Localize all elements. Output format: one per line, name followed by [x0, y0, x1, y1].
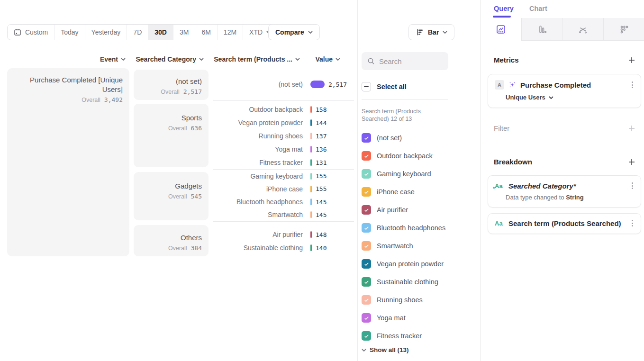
check-icon	[363, 262, 370, 267]
legend-checkbox[interactable]	[362, 259, 371, 269]
metric-menu-button[interactable]	[631, 81, 634, 89]
term-row[interactable]: Sustainable clothing 140	[213, 241, 354, 254]
range-today[interactable]: Today	[54, 25, 84, 40]
metrics-title: Metrics	[494, 56, 519, 64]
legend-checkbox[interactable]	[362, 223, 371, 233]
check-icon	[363, 244, 370, 249]
chevron-down-icon	[362, 349, 366, 352]
range-custom[interactable]: Custom	[8, 25, 54, 40]
legend-item[interactable]: iPhone case	[362, 183, 471, 201]
compare-button[interactable]: Compare	[268, 24, 320, 40]
range-12m[interactable]: 12M	[217, 25, 243, 40]
legend-checkbox[interactable]	[362, 313, 371, 323]
category-cell-others[interactable]: Others Overall384	[134, 225, 209, 256]
add-breakdown-button[interactable]	[628, 158, 635, 166]
term-row[interactable]: Bluetooth headphones 145	[213, 196, 354, 208]
report-type-tabs	[481, 18, 644, 41]
value-bar	[310, 186, 312, 192]
legend-item[interactable]: Yoga mat	[362, 309, 471, 327]
date-range-picker: Custom Today Yesterday 7D 30D 3M 6M 12M …	[7, 24, 278, 40]
range-30d-active[interactable]: 30D	[148, 25, 173, 40]
legend-item[interactable]: Air purifier	[362, 201, 471, 219]
select-all-row[interactable]: Select all	[362, 82, 407, 91]
legend-checkbox[interactable]	[362, 169, 371, 179]
select-all-checkbox[interactable]	[362, 82, 371, 91]
term-row[interactable]: Gaming keyboard 155	[213, 170, 354, 182]
calendar-icon	[14, 28, 21, 36]
check-icon	[363, 153, 370, 159]
tab-flows[interactable]	[562, 18, 604, 41]
legend-checkbox[interactable]	[362, 295, 371, 305]
check-icon	[363, 226, 370, 231]
term-row[interactable]: Vegan protein powder 144	[213, 116, 354, 129]
term-row[interactable]: Air purifier 148	[213, 228, 354, 241]
legend-item[interactable]: Bluetooth headphones	[362, 219, 471, 237]
legend-item[interactable]: Sustainable clothing	[362, 273, 471, 291]
term-group-others: Air purifier 148 Sustainable clothing 14…	[213, 221, 354, 262]
category-cell-not-set[interactable]: (not set) Overall2,517	[134, 70, 209, 100]
term-row[interactable]: Yoga mat 136	[213, 143, 354, 156]
range-3m[interactable]: 3M	[173, 25, 195, 40]
breakdown-card-search-term[interactable]: Aa Search term (Products Searched)	[488, 213, 641, 234]
term-row[interactable]: Smartwatch 145	[213, 208, 354, 221]
term-row[interactable]: Running shoes 137	[213, 129, 354, 143]
add-filter-button[interactable]	[628, 125, 635, 132]
tab-retention[interactable]	[603, 18, 644, 41]
chart-type-select[interactable]: Bar	[408, 24, 454, 40]
legend-item[interactable]: Smartwatch	[362, 237, 471, 255]
column-header-event[interactable]: Event	[7, 53, 126, 65]
breakdown-property-name: Search term (Products Searched)	[508, 219, 626, 227]
add-metric-button[interactable]	[628, 56, 635, 64]
legend-checkbox[interactable]	[362, 133, 371, 143]
term-row[interactable]: Outdoor backpack 158	[213, 103, 354, 116]
legend-item[interactable]: (not set)	[362, 129, 471, 147]
retention-dots-icon	[619, 24, 629, 35]
legend-divider	[362, 99, 448, 100]
legend-list: (not set) Outdoor backpack Gaming keyboa…	[362, 129, 471, 345]
category-cell-sports[interactable]: Sports Overall636	[134, 104, 209, 167]
term-row[interactable]: iPhone case 155	[213, 182, 354, 195]
tab-query[interactable]: Query	[494, 5, 514, 12]
term-row[interactable]: (not set) 2,517	[213, 78, 354, 91]
tab-insights[interactable]	[481, 18, 521, 41]
metric-event-name: Purchase Completed	[520, 81, 626, 89]
range-yesterday[interactable]: Yesterday	[85, 25, 127, 40]
legend-item[interactable]: Fitness tracker	[362, 327, 471, 345]
value-bar	[310, 211, 312, 218]
legend-item[interactable]: Vegan protein powder	[362, 255, 471, 273]
breakdown-menu-button[interactable]	[631, 181, 634, 190]
legend-checkbox[interactable]	[362, 151, 371, 161]
tab-funnels[interactable]	[521, 18, 562, 41]
legend-checkbox[interactable]	[362, 277, 371, 287]
chevron-down-icon	[295, 58, 300, 61]
breakdown-menu-button[interactable]	[631, 219, 634, 227]
legend-checkbox[interactable]	[362, 241, 371, 251]
legend-item[interactable]: Gaming keyboard	[362, 165, 471, 183]
legend-checkbox[interactable]	[362, 331, 371, 341]
event-cell[interactable]: Purchase Completed [Unique Users] Overal…	[7, 68, 129, 256]
legend-checkbox[interactable]	[362, 187, 371, 197]
range-label: Custom	[25, 28, 48, 36]
term-row[interactable]: Fitness tracker 131	[213, 156, 354, 169]
metric-card[interactable]: A Purchase Completed Unique Users	[488, 74, 641, 108]
value-bar	[310, 133, 312, 139]
measure-select[interactable]: Unique Users	[506, 94, 634, 101]
range-7d[interactable]: 7D	[127, 25, 148, 40]
category-cell-gadgets[interactable]: Gadgets Overall545	[134, 172, 209, 220]
search-input[interactable]	[379, 57, 436, 65]
legend-search[interactable]	[362, 52, 448, 70]
event-overall: Overall3,492	[14, 96, 123, 103]
show-all-toggle[interactable]: Show all (13)	[362, 346, 409, 353]
tab-chart[interactable]: Chart	[529, 5, 547, 12]
legend-checkbox[interactable]	[362, 205, 371, 215]
chevron-down-icon	[199, 58, 204, 61]
legend-item[interactable]: Running shoes	[362, 291, 471, 309]
column-header-category[interactable]: Searched Category	[134, 53, 204, 65]
range-6m[interactable]: 6M	[195, 25, 217, 40]
funnels-bars-icon	[537, 24, 547, 35]
value-bar	[310, 146, 312, 153]
column-header-value[interactable]: Value	[303, 53, 340, 65]
column-header-term[interactable]: Search term (Products ...	[213, 53, 300, 65]
breakdown-card-category[interactable]: Aa* Searched Category* Data type changed…	[488, 175, 641, 208]
legend-item[interactable]: Outdoor backpack	[362, 147, 471, 165]
